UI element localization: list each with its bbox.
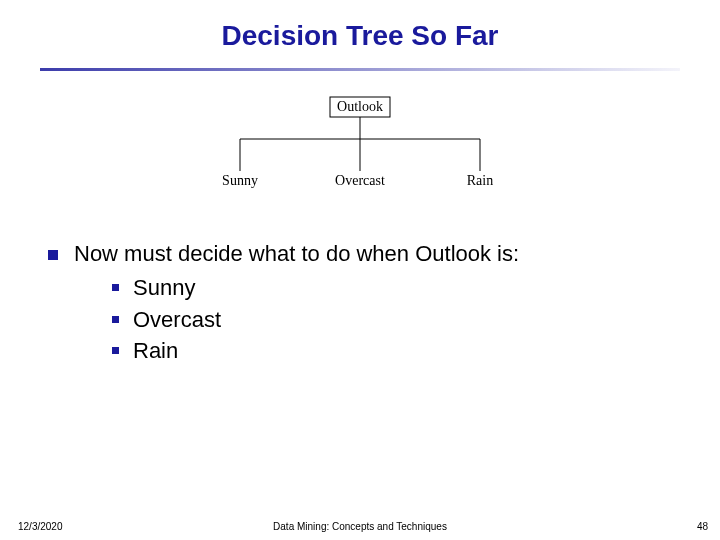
footer-page-number: 48 xyxy=(697,521,708,532)
sub-item-text: Rain xyxy=(133,336,178,366)
square-bullet-icon xyxy=(112,284,119,291)
square-bullet-icon xyxy=(112,316,119,323)
lead-text: Now must decide what to do when Outlook … xyxy=(74,241,519,267)
footer-date: 12/3/2020 xyxy=(18,521,63,532)
list-item: Sunny xyxy=(112,273,672,303)
footer: 12/3/2020 Data Mining: Concepts and Tech… xyxy=(0,521,720,532)
footer-title: Data Mining: Concepts and Techniques xyxy=(0,521,720,532)
list-item: Now must decide what to do when Outlook … xyxy=(48,241,672,267)
body-content: Now must decide what to do when Outlook … xyxy=(48,241,672,366)
tree-leaf-label: Overcast xyxy=(335,173,385,188)
tree-root-label: Outlook xyxy=(337,99,383,114)
list-item: Overcast xyxy=(112,305,672,335)
page-title: Decision Tree So Far xyxy=(0,0,720,62)
sub-item-text: Overcast xyxy=(133,305,221,335)
tree-leaf-label: Rain xyxy=(467,173,493,188)
list-item: Rain xyxy=(112,336,672,366)
square-bullet-icon xyxy=(48,250,58,260)
title-underline xyxy=(40,68,680,71)
sub-item-text: Sunny xyxy=(133,273,195,303)
tree-leaf-label: Sunny xyxy=(222,173,258,188)
tree-svg: Outlook Sunny Overcast Rain xyxy=(180,93,540,213)
tree-diagram: Outlook Sunny Overcast Rain xyxy=(0,93,720,217)
slide: Decision Tree So Far Outlook Sunny Overc… xyxy=(0,0,720,540)
square-bullet-icon xyxy=(112,347,119,354)
